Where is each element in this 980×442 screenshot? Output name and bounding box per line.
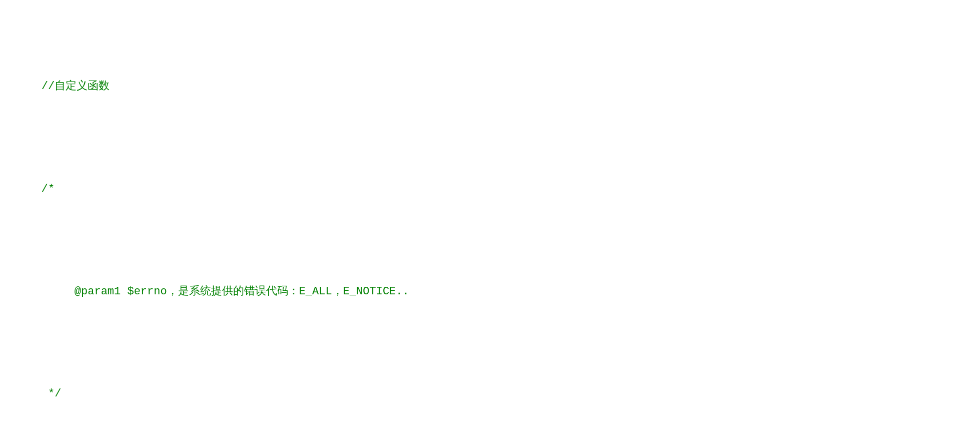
code-editor: //自定义函数 /* @param1 $errno，是系统提供的错误代码：E_A…: [15, 10, 965, 442]
code-text: //自定义函数: [42, 80, 110, 93]
code-line-2: /*: [15, 164, 965, 215]
code-text: */: [42, 387, 62, 400]
code-text: /*: [42, 183, 55, 195]
code-line-1: //自定义函数: [15, 61, 965, 112]
code-line-4: */: [15, 368, 965, 419]
code-text: @param1 $errno，是系统提供的错误代码：E_ALL，E_NOTICE…: [42, 285, 409, 298]
code-line-3: @param1 $errno，是系统提供的错误代码：E_ALL，E_NOTICE…: [15, 266, 965, 317]
